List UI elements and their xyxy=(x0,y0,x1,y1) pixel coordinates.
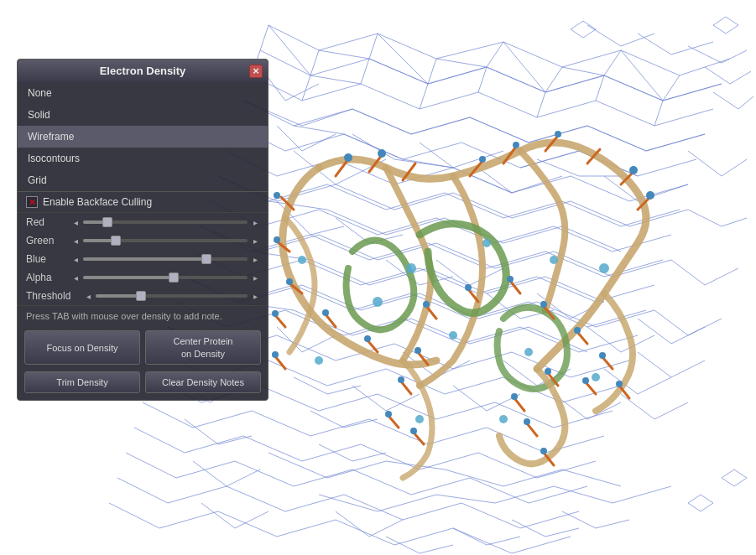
green-slider-row: Green ◂ ▸ xyxy=(18,231,268,250)
svg-point-234 xyxy=(286,278,293,285)
svg-point-263 xyxy=(298,256,306,264)
red-slider-left[interactable]: ◂ xyxy=(71,216,80,228)
green-slider-left[interactable]: ◂ xyxy=(71,235,80,246)
svg-point-241 xyxy=(540,301,547,308)
svg-point-233 xyxy=(274,236,280,243)
svg-point-253 xyxy=(272,351,279,358)
svg-point-254 xyxy=(582,377,589,384)
electron-density-panel: Electron Density × None Solid Wireframe … xyxy=(17,59,269,401)
threshold-slider-track[interactable] xyxy=(96,294,248,298)
svg-point-240 xyxy=(507,276,514,283)
svg-point-225 xyxy=(344,153,352,162)
alpha-label: Alpha xyxy=(26,272,68,283)
svg-point-259 xyxy=(550,256,558,264)
svg-point-252 xyxy=(272,310,279,317)
panel-content: None Solid Wireframe Isocontours Grid ✕ … xyxy=(18,82,268,400)
svg-point-257 xyxy=(449,331,457,340)
alpha-slider-row: Alpha ◂ ▸ xyxy=(18,268,268,287)
clear-density-notes-button[interactable]: Clear Density Notes xyxy=(145,371,261,393)
svg-point-250 xyxy=(524,418,530,425)
svg-point-230 xyxy=(629,166,638,174)
info-text: Press TAB with mouse over density to add… xyxy=(18,305,268,327)
svg-point-245 xyxy=(545,368,551,375)
svg-point-258 xyxy=(373,297,383,307)
blue-label: Blue xyxy=(26,253,68,265)
trim-density-button[interactable]: Trim Density xyxy=(24,371,140,393)
svg-point-256 xyxy=(482,239,491,247)
red-slider-row: Red ◂ ▸ xyxy=(18,213,268,231)
svg-point-247 xyxy=(398,376,404,383)
threshold-slider-left[interactable]: ◂ xyxy=(84,290,92,302)
svg-point-265 xyxy=(415,415,424,423)
button-row-2: Trim Density Clear Density Notes xyxy=(18,368,268,400)
svg-point-229 xyxy=(555,131,561,137)
backface-culling-row: ✕ Enable Backface Culling xyxy=(18,192,268,213)
threshold-slider-right[interactable]: ▸ xyxy=(251,290,259,302)
blue-slider-right[interactable]: ▸ xyxy=(251,253,259,265)
svg-point-260 xyxy=(599,263,609,273)
svg-point-244 xyxy=(616,381,623,387)
red-label: Red xyxy=(26,216,68,228)
svg-point-243 xyxy=(599,352,606,359)
svg-point-255 xyxy=(406,263,416,273)
svg-point-237 xyxy=(414,347,421,354)
panel-title: Electron Density xyxy=(100,65,186,77)
blue-slider-left[interactable]: ◂ xyxy=(71,253,80,265)
button-row-1: Focus on Density Center Protein on Densi… xyxy=(18,327,268,368)
svg-point-227 xyxy=(479,156,486,163)
panel-title-bar: Electron Density × xyxy=(18,60,268,82)
blue-slider-track[interactable] xyxy=(83,257,248,261)
svg-point-249 xyxy=(410,428,417,434)
svg-point-262 xyxy=(592,373,600,381)
svg-point-238 xyxy=(423,301,430,308)
svg-point-236 xyxy=(364,335,371,342)
render-mode-list: None Solid Wireframe Isocontours Grid xyxy=(18,82,268,192)
backface-culling-checkbox[interactable]: ✕ xyxy=(26,196,38,208)
green-label: Green xyxy=(26,235,68,246)
svg-point-261 xyxy=(524,348,533,356)
svg-point-248 xyxy=(385,411,392,418)
backface-culling-label: Enable Backface Culling xyxy=(43,196,152,208)
svg-point-232 xyxy=(274,192,280,199)
svg-point-231 xyxy=(646,191,654,200)
svg-point-246 xyxy=(511,393,518,400)
alpha-slider-left[interactable]: ◂ xyxy=(71,272,80,283)
svg-point-235 xyxy=(322,309,329,316)
svg-point-264 xyxy=(315,356,323,365)
render-option-none[interactable]: None xyxy=(18,82,268,104)
render-option-solid[interactable]: Solid xyxy=(18,104,268,126)
green-slider-right[interactable]: ▸ xyxy=(251,235,259,246)
render-option-wireframe[interactable]: Wireframe xyxy=(18,126,268,148)
threshold-row: Threshold ◂ ▸ xyxy=(18,287,268,305)
render-option-isocontours[interactable]: Isocontours xyxy=(18,148,268,169)
close-button[interactable]: × xyxy=(249,65,263,78)
center-protein-button[interactable]: Center Protein on Density xyxy=(145,330,261,365)
red-slider-track[interactable] xyxy=(83,220,248,224)
svg-point-266 xyxy=(499,415,508,423)
svg-point-239 xyxy=(465,284,472,291)
alpha-slider-right[interactable]: ▸ xyxy=(251,272,259,283)
svg-point-228 xyxy=(513,142,519,148)
red-slider-right[interactable]: ▸ xyxy=(251,216,259,228)
svg-point-251 xyxy=(540,448,547,454)
green-slider-track[interactable] xyxy=(83,239,248,242)
alpha-slider-track[interactable] xyxy=(83,276,248,279)
svg-point-226 xyxy=(378,149,386,158)
svg-point-242 xyxy=(574,327,581,334)
threshold-label: Threshold xyxy=(26,290,81,302)
focus-density-button[interactable]: Focus on Density xyxy=(24,330,140,365)
blue-slider-row: Blue ◂ ▸ xyxy=(18,250,268,268)
render-option-grid[interactable]: Grid xyxy=(18,169,268,191)
